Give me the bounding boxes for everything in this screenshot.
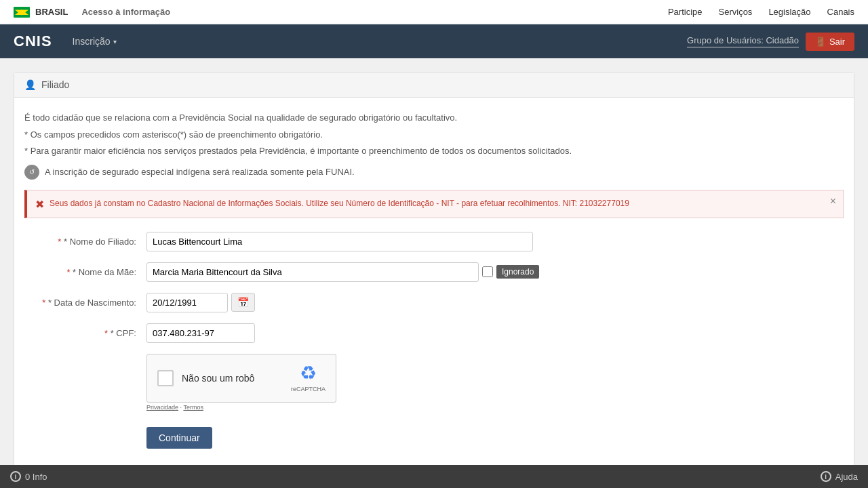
user-group-label: Grupo de Usuários: Cidadão xyxy=(687,35,799,47)
nav-inscricao[interactable]: Inscrição ▾ xyxy=(73,36,117,47)
continuar-button[interactable]: Continuar xyxy=(146,427,212,449)
recaptcha-label: Não sou um robô xyxy=(182,373,254,384)
continuar-row: Continuar xyxy=(146,422,844,449)
info-line-1: É todo cidadão que se relaciona com a Pr… xyxy=(24,111,844,125)
main-nav-right: Grupo de Usuários: Cidadão 🚪 Sair xyxy=(687,33,854,51)
filiado-header-title: Filiado xyxy=(41,79,69,90)
recaptcha-logo-icon: ♻ xyxy=(300,362,317,384)
ignorado-label: Ignorado xyxy=(496,265,539,279)
gov-bar-right: Participe Serviços Legislação Canais xyxy=(668,7,854,17)
inscricao-chevron-icon: ▾ xyxy=(113,38,117,45)
bottom-bar: i 0 Info i Ajuda xyxy=(0,465,868,487)
main-nav: CNIS Inscrição ▾ Grupo de Usuários: Cida… xyxy=(0,24,868,58)
nascimento-input[interactable] xyxy=(146,293,228,312)
participe-link[interactable]: Participe xyxy=(668,7,703,17)
nome-mae-row: * * Nome da Mãe: Ignorado xyxy=(24,262,844,282)
info-line-2: * Os campos precedidos com asterisco(*) … xyxy=(24,128,844,142)
nome-filiado-input[interactable] xyxy=(146,232,533,251)
legislacao-link[interactable]: Legislação xyxy=(768,7,810,17)
bottom-bar-info[interactable]: i 0 Info xyxy=(10,471,47,482)
form-card-header: 👤 Filiado xyxy=(14,73,854,98)
cpf-row: * * CPF: xyxy=(24,323,844,343)
sair-button[interactable]: 🚪 Sair xyxy=(806,33,854,51)
nascimento-label: * * Data de Nascimento: xyxy=(24,298,146,308)
gov-bar: BRASIL Acesso à informação Participe Ser… xyxy=(0,0,868,24)
nome-filiado-label: * * Nome do Filiado: xyxy=(24,237,146,247)
cpf-label: * * CPF: xyxy=(24,328,146,338)
canais-link[interactable]: Canais xyxy=(827,7,854,17)
bottom-bar-ajuda[interactable]: i Ajuda xyxy=(821,471,858,482)
access-info-link[interactable]: Acesso à informação xyxy=(81,7,170,17)
funai-notice-text: A inscrição de segurado especial indígen… xyxy=(45,167,355,177)
recaptcha-left: Não sou um robô xyxy=(157,370,254,386)
page-content: 👤 Filiado É todo cidadão que se relacion… xyxy=(0,58,868,487)
recaptcha-box: Não sou um robô ♻ reCAPTCHA xyxy=(146,354,336,403)
ajuda-circle-icon: i xyxy=(821,471,831,482)
main-nav-left: CNIS Inscrição ▾ xyxy=(14,33,117,50)
recaptcha-termos[interactable]: Termos xyxy=(183,404,203,411)
alert-close-button[interactable]: × xyxy=(830,196,836,207)
gov-bar-left: BRASIL Acesso à informação xyxy=(14,7,170,18)
info-line-3: * Para garantir maior eficiência nos ser… xyxy=(24,144,844,158)
recaptcha-footer-links: Privacidade · Termos xyxy=(146,404,203,411)
sair-icon: 🚪 xyxy=(815,37,826,47)
nascimento-input-group: 📅 xyxy=(146,293,255,312)
cnis-logo: CNIS xyxy=(14,33,52,50)
funai-icon: ↺ xyxy=(24,165,39,180)
alert-box: ✖ Seus dados já constam no Cadastro Naci… xyxy=(24,190,844,218)
ajuda-label: Ajuda xyxy=(835,472,858,482)
recaptcha-right: ♻ reCAPTCHA xyxy=(291,362,326,394)
ignorado-checkbox[interactable] xyxy=(482,266,493,277)
form-card: 👤 Filiado É todo cidadão que se relacion… xyxy=(14,72,854,474)
recaptcha-brand: reCAPTCHA xyxy=(291,386,326,394)
alert-text: Seus dados já constam no Cadastro Nacion… xyxy=(50,197,629,209)
recaptcha-privacidade[interactable]: Privacidade xyxy=(146,404,178,411)
servicos-link[interactable]: Serviços xyxy=(719,7,753,17)
brazil-flag-icon xyxy=(14,7,30,18)
info-label: 0 Info xyxy=(25,472,47,482)
form-card-body: É todo cidadão que se relaciona com a Pr… xyxy=(14,98,854,473)
recaptcha-row: Não sou um robô ♻ reCAPTCHA Privacidade … xyxy=(146,354,844,411)
country-name: BRASIL xyxy=(35,7,68,17)
info-circle-icon: i xyxy=(10,471,21,482)
nome-mae-label: * * Nome da Mãe: xyxy=(24,267,146,277)
calendar-button[interactable]: 📅 xyxy=(231,293,255,312)
nome-mae-input-group: Ignorado xyxy=(146,262,539,282)
nome-filiado-row: * * Nome do Filiado: xyxy=(24,232,844,251)
recaptcha-checkbox[interactable] xyxy=(157,370,174,386)
alert-icon: ✖ xyxy=(35,198,44,211)
nascimento-row: * * Data de Nascimento: 📅 xyxy=(24,293,844,312)
funai-notice: ↺ A inscrição de segurado especial indíg… xyxy=(24,165,844,180)
cpf-input[interactable] xyxy=(146,323,255,343)
filiado-header-icon: 👤 xyxy=(24,79,36,90)
nome-mae-input[interactable] xyxy=(146,262,479,282)
